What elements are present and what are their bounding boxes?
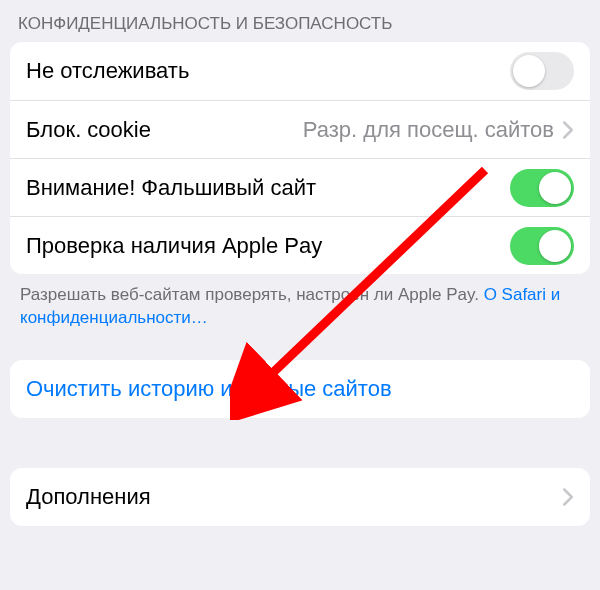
fraud-warning-row[interactable]: Внимание! Фальшивый сайт bbox=[10, 158, 590, 216]
apple-pay-check-row[interactable]: Проверка наличия Apple Pay bbox=[10, 216, 590, 274]
apple-pay-check-label: Проверка наличия Apple Pay bbox=[26, 233, 510, 259]
section-header: КОНФИДЕНЦИАЛЬНОСТЬ И БЕЗОПАСНОСТЬ bbox=[0, 0, 600, 42]
addons-label: Дополнения bbox=[26, 484, 562, 510]
do-not-track-toggle[interactable] bbox=[510, 52, 574, 90]
footer-text: Разрешать веб-сайтам проверять, настроен… bbox=[20, 285, 484, 304]
block-cookie-row[interactable]: Блок. cookie Разр. для посещ. сайтов bbox=[10, 100, 590, 158]
fraud-warning-label: Внимание! Фальшивый сайт bbox=[26, 175, 510, 201]
toggle-knob bbox=[539, 230, 571, 262]
toggle-knob bbox=[513, 55, 545, 87]
block-cookie-value: Разр. для посещ. сайтов bbox=[303, 117, 554, 143]
section-footer: Разрешать веб-сайтам проверять, настроен… bbox=[0, 274, 600, 338]
chevron-right-icon bbox=[562, 120, 574, 140]
clear-history-label: Очистить историю и данные сайтов bbox=[26, 376, 392, 402]
do-not-track-label: Не отслеживать bbox=[26, 58, 510, 84]
fraud-warning-toggle[interactable] bbox=[510, 169, 574, 207]
toggle-knob bbox=[539, 172, 571, 204]
clear-history-button[interactable]: Очистить историю и данные сайтов bbox=[10, 360, 590, 418]
do-not-track-row[interactable]: Не отслеживать bbox=[10, 42, 590, 100]
apple-pay-check-toggle[interactable] bbox=[510, 227, 574, 265]
block-cookie-label: Блок. cookie bbox=[26, 117, 303, 143]
addons-group: Дополнения bbox=[10, 468, 590, 526]
privacy-security-group: Не отслеживать Блок. cookie Разр. для по… bbox=[10, 42, 590, 274]
addons-row[interactable]: Дополнения bbox=[10, 468, 590, 526]
clear-history-group: Очистить историю и данные сайтов bbox=[10, 360, 590, 418]
chevron-right-icon bbox=[562, 487, 574, 507]
